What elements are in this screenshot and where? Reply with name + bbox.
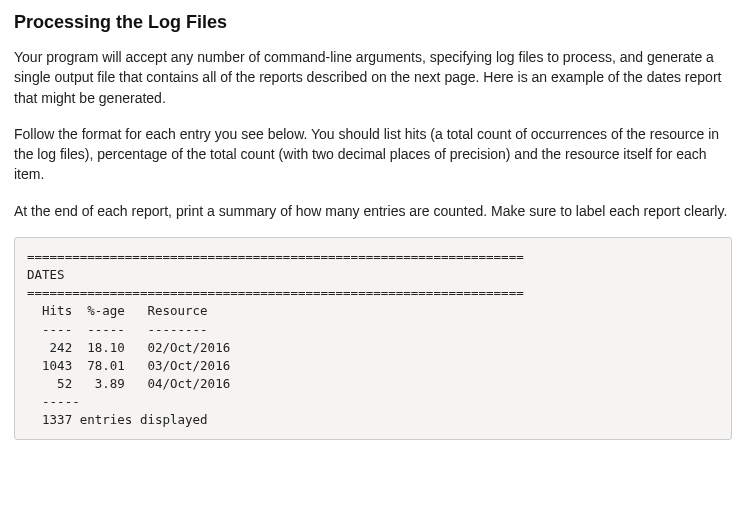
intro-paragraph-1: Your program will accept any number of c… [14, 47, 732, 108]
sample-report-block: ========================================… [14, 237, 732, 440]
section-heading: Processing the Log Files [14, 12, 732, 33]
intro-paragraph-3: At the end of each report, print a summa… [14, 201, 732, 221]
intro-paragraph-2: Follow the format for each entry you see… [14, 124, 732, 185]
